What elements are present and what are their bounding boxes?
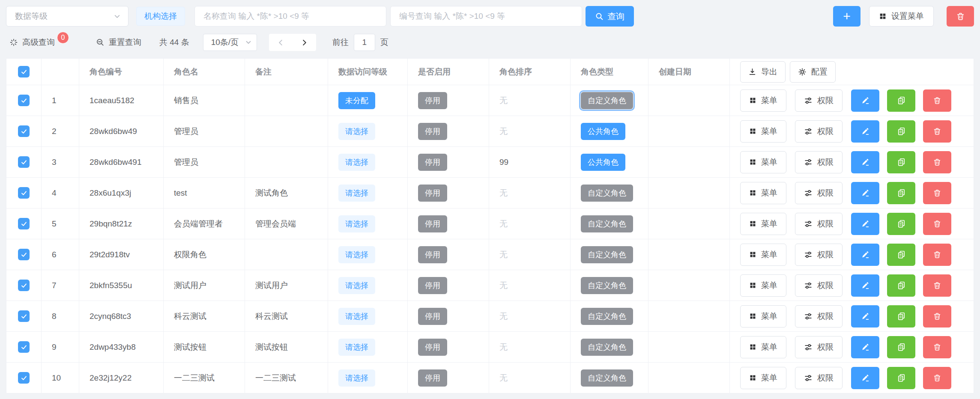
role-type-badge[interactable]: 自定义角色 [581,339,633,356]
row-menu-button[interactable]: 菜单 [740,274,786,297]
row-delete-button[interactable] [923,120,951,143]
row-delete-button[interactable] [923,367,951,389]
row-delete-button[interactable] [923,305,951,328]
role-type-badge[interactable]: 自定义角色 [581,308,633,325]
row-copy-button[interactable] [887,244,915,266]
row-menu-button[interactable]: 菜单 [740,182,786,204]
prev-page-button[interactable] [277,39,285,47]
enabled-badge[interactable]: 停用 [418,246,447,263]
row-edit-button[interactable] [851,182,879,204]
row-checkbox[interactable] [18,125,30,137]
access-badge[interactable]: 未分配 [338,92,375,109]
data-level-select[interactable]: 数据等级 [6,6,128,27]
row-permission-button[interactable]: 权限 [795,367,843,389]
row-edit-button[interactable] [851,274,879,297]
role-type-badge[interactable]: 自定义角色 [581,185,633,202]
row-menu-button[interactable]: 菜单 [740,213,786,235]
row-edit-button[interactable] [851,213,879,235]
row-copy-button[interactable] [887,182,915,204]
row-copy-button[interactable] [887,120,915,143]
row-checkbox[interactable] [18,310,30,322]
role-type-badge[interactable]: 自定义角色 [581,277,633,294]
row-edit-button[interactable] [851,305,879,328]
row-permission-button[interactable]: 权限 [795,182,843,204]
query-button[interactable]: 查询 [586,6,634,27]
row-permission-button[interactable]: 权限 [795,89,843,112]
row-copy-button[interactable] [887,151,915,173]
row-delete-button[interactable] [923,89,951,112]
access-badge[interactable]: 请选择 [338,277,375,294]
row-permission-button[interactable]: 权限 [795,213,843,235]
name-search-input[interactable] [194,6,386,27]
page-size-select[interactable]: 10条/页 [203,34,257,51]
menu-setting-button[interactable]: 设置菜单 [869,6,934,27]
access-badge[interactable]: 请选择 [338,339,375,356]
enabled-badge[interactable]: 停用 [418,215,447,232]
row-menu-button[interactable]: 菜单 [740,151,786,173]
row-permission-button[interactable]: 权限 [795,305,843,328]
row-delete-button[interactable] [923,182,951,204]
row-menu-button[interactable]: 菜单 [740,367,786,389]
enabled-badge[interactable]: 停用 [418,339,447,356]
row-delete-button[interactable] [923,213,951,235]
row-delete-button[interactable] [923,274,951,297]
enabled-badge[interactable]: 停用 [418,369,447,387]
add-button[interactable]: + [833,6,860,27]
enabled-badge[interactable]: 停用 [418,92,447,109]
row-copy-button[interactable] [887,89,915,112]
row-permission-button[interactable]: 权限 [795,244,843,266]
row-edit-button[interactable] [851,336,879,358]
select-all-checkbox[interactable] [18,66,30,77]
row-permission-button[interactable]: 权限 [795,151,843,173]
row-edit-button[interactable] [851,120,879,143]
role-type-badge[interactable]: 自定义角色 [581,92,633,109]
export-button[interactable]: 导出 [740,61,786,83]
next-page-button[interactable] [300,39,308,47]
row-menu-button[interactable]: 菜单 [740,336,786,358]
access-badge[interactable]: 请选择 [338,215,375,232]
row-checkbox[interactable] [18,156,30,168]
row-copy-button[interactable] [887,305,915,328]
row-menu-button[interactable]: 菜单 [740,305,786,328]
enabled-badge[interactable]: 停用 [418,154,447,171]
row-checkbox[interactable] [18,187,30,199]
row-permission-button[interactable]: 权限 [795,120,843,143]
role-type-badge[interactable]: 自定义角色 [581,246,633,263]
enabled-badge[interactable]: 停用 [418,185,447,202]
row-checkbox[interactable] [18,218,30,229]
access-badge[interactable]: 请选择 [338,154,375,171]
access-badge[interactable]: 请选择 [338,123,375,140]
row-edit-button[interactable] [851,244,879,266]
advanced-query-button[interactable]: 高级查询 0 [9,37,55,48]
row-menu-button[interactable]: 菜单 [740,244,786,266]
row-edit-button[interactable] [851,89,879,112]
code-search-input[interactable] [390,6,582,27]
role-type-badge[interactable]: 公共角色 [581,154,625,171]
access-badge[interactable]: 请选择 [338,185,375,202]
goto-page-input[interactable] [354,34,375,51]
org-select-button[interactable]: 机构选择 [136,7,185,26]
row-copy-button[interactable] [887,274,915,297]
row-delete-button[interactable] [923,336,951,358]
role-type-badge[interactable]: 自定义角色 [581,215,633,232]
batch-delete-button[interactable] [947,6,974,27]
row-checkbox[interactable] [18,249,30,260]
row-copy-button[interactable] [887,213,915,235]
row-permission-button[interactable]: 权限 [795,336,843,358]
access-badge[interactable]: 请选择 [338,369,375,387]
row-checkbox[interactable] [18,372,30,384]
role-type-badge[interactable]: 自定义角色 [581,369,633,387]
row-copy-button[interactable] [887,367,915,389]
row-delete-button[interactable] [923,151,951,173]
row-menu-button[interactable]: 菜单 [740,89,786,112]
row-checkbox[interactable] [18,341,30,353]
access-badge[interactable]: 请选择 [338,246,375,263]
row-checkbox[interactable] [18,95,30,106]
config-button[interactable]: 配置 [790,61,836,83]
reset-query-button[interactable]: 重置查询 [96,37,141,48]
row-delete-button[interactable] [923,244,951,266]
row-checkbox[interactable] [18,280,30,291]
enabled-badge[interactable]: 停用 [418,277,447,294]
row-copy-button[interactable] [887,336,915,358]
enabled-badge[interactable]: 停用 [418,123,447,140]
